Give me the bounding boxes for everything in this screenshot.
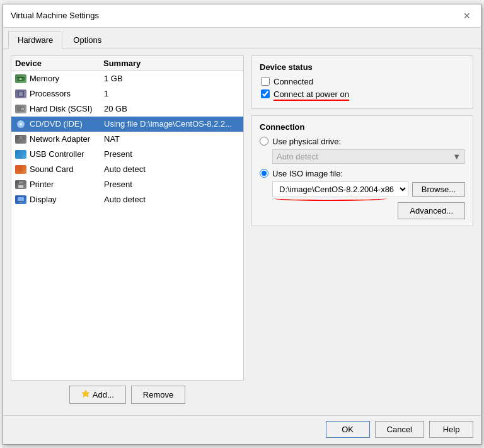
svg-point-21	[20, 156, 22, 159]
usb-label: USB Controller	[30, 149, 104, 159]
table-row-usb[interactable]: USB Controller Present	[11, 147, 243, 162]
memory-label: Memory	[30, 74, 104, 83]
physical-drive-row: Use physical drive:	[260, 137, 465, 146]
power-on-row: Connect at power on	[260, 89, 465, 99]
auto-detect-dropdown-row: Auto detect ▼	[272, 149, 465, 164]
display-label: Display	[30, 195, 104, 204]
table-row-display[interactable]: Display Auto detect	[11, 192, 243, 207]
printer-summary: Present	[104, 180, 239, 189]
svg-point-10	[22, 108, 23, 110]
tab-hardware[interactable]: Hardware	[8, 32, 62, 49]
table-row-sound[interactable]: Sound Card Auto detect	[11, 162, 243, 177]
connected-checkbox[interactable]	[261, 77, 270, 86]
svg-rect-24	[19, 181, 23, 183]
tab-options[interactable]: Options	[64, 32, 111, 49]
table-row-printer[interactable]: Printer Present	[11, 177, 243, 192]
svg-rect-1	[18, 78, 18, 80]
svg-marker-22	[18, 166, 21, 173]
svg-rect-15	[20, 136, 22, 138]
printer-icon	[15, 180, 26, 189]
iso-radio[interactable]	[260, 169, 268, 178]
iso-image-row: Use ISO image file:	[260, 169, 465, 178]
table-row-processors[interactable]: Processors 1	[11, 86, 243, 101]
help-button[interactable]: Help	[429, 421, 473, 438]
dialog-title: Virtual Machine Settings	[11, 11, 99, 20]
power-on-checkbox[interactable]	[261, 89, 270, 98]
virtual-machine-settings-dialog: Virtual Machine Settings ✕ Hardware Opti…	[3, 4, 481, 445]
printer-label: Printer	[30, 180, 104, 189]
memory-summary: 1 GB	[104, 74, 239, 83]
left-panel: Device Summary Memory 1 GB Process	[11, 55, 244, 409]
network-label: Network Adapter	[30, 134, 104, 144]
iso-label: Use ISO image file:	[272, 169, 343, 178]
svg-rect-3	[20, 78, 21, 80]
advanced-button[interactable]: Advanced...	[398, 202, 465, 219]
memory-icon	[15, 74, 26, 83]
dropdown-arrow-icon: ▼	[452, 152, 461, 161]
add-label: Add...	[93, 390, 114, 399]
display-icon	[15, 195, 26, 204]
table-action-buttons: Add... Remove	[11, 381, 244, 409]
close-button[interactable]: ✕	[461, 9, 473, 22]
auto-detect-dropdown[interactable]: Auto detect ▼	[272, 149, 465, 164]
svg-rect-27	[18, 197, 24, 201]
col-device-header: Device	[15, 59, 103, 68]
svg-rect-7	[19, 92, 23, 96]
svg-rect-19	[20, 151, 22, 152]
tab-bar: Hardware Options	[3, 28, 481, 49]
svg-rect-28	[20, 202, 22, 203]
cdvd-icon	[15, 120, 26, 129]
harddisk-label: Hard Disk (SCSI)	[30, 104, 104, 113]
device-status-section: Device status Connected Connect at power…	[251, 55, 473, 109]
physical-radio[interactable]	[260, 137, 268, 146]
col-summary-header: Summary	[103, 59, 239, 68]
title-bar: Virtual Machine Settings ✕	[3, 4, 481, 28]
connected-label: Connected	[274, 77, 313, 86]
network-icon	[15, 135, 26, 144]
ok-button[interactable]: OK	[326, 421, 370, 438]
browse-button[interactable]: Browse...	[412, 182, 465, 197]
svg-rect-4	[21, 78, 22, 80]
display-summary: Auto detect	[104, 195, 239, 204]
iso-path-row: D:\image\CentOS-8.2.2004-x86_64- Browse.…	[272, 181, 465, 197]
advanced-row: Advanced...	[260, 202, 465, 219]
harddisk-summary: 20 GB	[104, 104, 239, 113]
cdvd-summary: Using file D:\image\CentOS-8.2.2...	[104, 119, 239, 129]
svg-rect-2	[19, 78, 20, 80]
svg-rect-5	[23, 78, 23, 80]
connection-title: Connection	[260, 122, 465, 132]
sound-icon	[15, 165, 26, 174]
usb-icon	[15, 150, 26, 159]
svg-rect-25	[18, 185, 23, 188]
physical-label: Use physical drive:	[272, 137, 341, 146]
iso-path-input[interactable]: D:\image\CentOS-8.2.2004-x86_64-	[272, 181, 408, 197]
dialog-footer: OK Cancel Help	[3, 415, 481, 444]
device-status-title: Device status	[260, 62, 465, 72]
table-row-memory[interactable]: Memory 1 GB	[11, 71, 243, 86]
usb-summary: Present	[104, 149, 239, 159]
cancel-button[interactable]: Cancel	[375, 421, 424, 438]
hard-disk-icon	[15, 105, 26, 113]
table-header: Device Summary	[11, 56, 243, 71]
svg-marker-29	[82, 390, 89, 397]
connected-row: Connected	[260, 77, 465, 86]
table-row-cdvd[interactable]: CD/DVD (IDE) Using file D:\image\CentOS-…	[11, 117, 243, 132]
table-row-network[interactable]: Network Adapter NAT	[11, 132, 243, 147]
main-content: Device Summary Memory 1 GB Process	[3, 49, 481, 415]
add-button[interactable]: Add...	[69, 386, 126, 404]
device-table: Device Summary Memory 1 GB Process	[11, 55, 244, 381]
right-panel: Device status Connected Connect at power…	[251, 55, 473, 409]
connection-section: Connection Use physical drive: Auto dete…	[251, 115, 473, 226]
network-summary: NAT	[104, 134, 239, 144]
table-row-harddisk[interactable]: Hard Disk (SCSI) 20 GB	[11, 101, 243, 117]
processor-icon	[15, 89, 26, 98]
sound-label: Sound Card	[30, 164, 104, 174]
svg-point-13	[20, 123, 21, 125]
auto-detect-value: Auto detect	[277, 152, 318, 161]
sound-summary: Auto detect	[104, 164, 239, 174]
cdvd-label: CD/DVD (IDE)	[30, 119, 104, 129]
processors-label: Processors	[30, 89, 104, 98]
power-on-label: Connect at power on	[274, 89, 349, 99]
remove-button[interactable]: Remove	[131, 386, 185, 404]
add-icon	[81, 389, 90, 400]
